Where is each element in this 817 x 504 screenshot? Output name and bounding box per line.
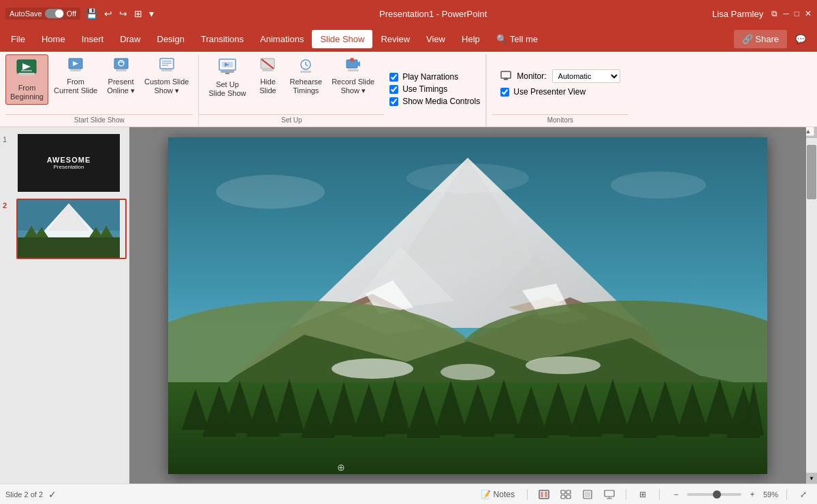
svg-point-84 <box>611 171 706 199</box>
present-icon[interactable]: ⊞ <box>134 8 142 19</box>
accessibility-check-icon: ✓ <box>48 489 57 500</box>
svg-point-83 <box>216 175 325 209</box>
slide-thumbnail-2[interactable] <box>16 199 127 259</box>
undo-icon[interactable]: ↩ <box>104 8 112 19</box>
from-beginning-label: From Beginning <box>10 84 44 101</box>
restore-down-icon[interactable]: ⧉ <box>771 9 778 18</box>
fit-to-window-button[interactable]: ⤢ <box>795 487 812 502</box>
setup-slideshow-icon <box>218 57 237 79</box>
setup-checkboxes: Play Narrations Use Timings Show Media C… <box>384 54 486 127</box>
ribbon: From Beginning From Current Slide <box>0 52 817 127</box>
svg-rect-31 <box>501 71 511 78</box>
rehearse-timings-icon <box>298 57 314 76</box>
use-presenter-view-label: Use Presenter View <box>513 87 586 97</box>
menu-home[interactable]: Home <box>33 30 74 48</box>
redo-icon[interactable]: ↪ <box>119 8 127 19</box>
present-online-button[interactable]: Present Online ▾ <box>103 54 139 99</box>
show-media-controls-checkbox[interactable] <box>389 97 398 106</box>
play-narrations-checkbox[interactable] <box>389 73 398 82</box>
slide-info: Slide 2 of 2 <box>5 490 43 499</box>
set-up-slide-show-button[interactable]: Set Up Slide Show <box>204 54 250 101</box>
customize-icon[interactable]: ▾ <box>149 8 154 19</box>
slide-thumbnail-1[interactable]: AWESOME Presentation <box>16 133 127 193</box>
setup-group-label: Set Up <box>199 114 384 127</box>
monitor-select[interactable]: Automatic Primary Monitor <box>552 69 620 83</box>
normal-view-button[interactable] <box>536 487 552 502</box>
record-slide-show-button[interactable]: Record Slide Show ▾ <box>327 54 379 99</box>
menu-insert[interactable]: Insert <box>74 30 112 48</box>
menu-help[interactable]: Help <box>453 30 488 48</box>
use-presenter-view-checkbox[interactable] <box>500 88 509 97</box>
use-timings-label: Use Timings <box>402 84 447 94</box>
monitor-label: Monitor: <box>517 71 546 81</box>
start-slideshow-buttons: From Beginning From Current Slide <box>5 54 193 114</box>
zoom-in-button[interactable]: + <box>744 487 760 502</box>
comments-icon[interactable]: 💬 <box>787 30 814 48</box>
slide-sorter-view-button[interactable] <box>558 487 574 502</box>
setup-slideshow-label: Set Up Slide Show <box>208 80 246 98</box>
custom-slide-show-button[interactable]: Custom Slide Show ▾ <box>140 54 193 99</box>
menu-draw[interactable]: Draw <box>112 30 148 48</box>
status-divider-3 <box>659 489 660 500</box>
svg-text:⊕: ⊕ <box>337 462 345 473</box>
svg-rect-38 <box>18 237 120 258</box>
autosave-toggle[interactable]: AutoSave Off <box>5 7 80 20</box>
save-icon[interactable]: 💾 <box>86 8 97 19</box>
from-current-slide-button[interactable]: From Current Slide <box>50 54 101 99</box>
autosave-state: Off <box>67 10 76 18</box>
svg-rect-33 <box>504 79 508 80</box>
canvas-area: ⊕ <box>129 127 806 484</box>
svg-rect-91 <box>566 490 571 494</box>
zoom-slider[interactable] <box>687 493 741 496</box>
maximize-icon[interactable]: □ <box>795 9 799 18</box>
slide-thumb-inner-1: AWESOME Presentation <box>18 134 120 192</box>
filter-icon[interactable]: ⊞ <box>635 487 651 502</box>
close-icon[interactable]: ✕ <box>805 9 812 18</box>
slide-number-2: 2 <box>3 201 16 209</box>
vertical-scrollbar: ▲ ▼ <box>806 127 817 484</box>
scroll-down-button[interactable]: ▼ <box>806 473 817 484</box>
svg-rect-30 <box>348 69 359 71</box>
menu-slideshow[interactable]: Slide Show <box>312 30 372 48</box>
svg-rect-26 <box>300 71 311 73</box>
menu-animations[interactable]: Animations <box>252 30 312 48</box>
svg-rect-89 <box>545 492 547 497</box>
hide-slide-button[interactable]: Hide Slide <box>251 54 284 99</box>
svg-rect-9 <box>116 69 127 71</box>
use-timings-row: Use Timings <box>389 84 480 94</box>
from-beginning-button[interactable]: From Beginning <box>5 54 48 105</box>
svg-rect-88 <box>541 492 543 497</box>
scroll-track[interactable] <box>806 138 817 473</box>
autosave-switch[interactable] <box>45 9 64 18</box>
use-timings-checkbox[interactable] <box>389 85 398 94</box>
slide-canvas[interactable]: ⊕ <box>168 137 767 474</box>
svg-rect-3 <box>18 73 35 75</box>
reading-view-button[interactable] <box>579 487 596 502</box>
svg-rect-19 <box>225 73 229 74</box>
slide-item-2[interactable]: 2 <box>3 199 127 259</box>
menu-tell-me[interactable]: 🔍 Tell me <box>488 30 546 48</box>
minimize-icon[interactable]: ─ <box>783 9 789 18</box>
menu-review[interactable]: Review <box>372 30 418 48</box>
reading-view-icon <box>583 490 592 499</box>
play-narrations-row: Play Narrations <box>389 72 480 82</box>
notes-button[interactable]: 📝 Notes <box>477 487 519 502</box>
menu-design[interactable]: Design <box>149 30 193 48</box>
scroll-thumb[interactable] <box>807 145 816 199</box>
status-divider-4 <box>786 489 787 500</box>
search-icon: 🔍 <box>496 34 507 44</box>
menu-view[interactable]: View <box>418 30 453 48</box>
menu-file[interactable]: File <box>3 30 33 48</box>
quick-access-toolbar: 💾 ↩ ↪ ⊞ ▾ <box>86 8 154 19</box>
menu-transitions[interactable]: Transitions <box>193 30 252 48</box>
svg-point-29 <box>350 58 354 62</box>
svg-point-80 <box>332 358 413 379</box>
slide-item-1[interactable]: 1 AWESOME Presentation <box>3 133 127 193</box>
rehearse-timings-button[interactable]: Rehearse Timings <box>285 54 326 99</box>
main-content: 1 AWESOME Presentation 2 <box>0 127 817 484</box>
from-current-icon <box>67 57 84 76</box>
zoom-out-button[interactable]: − <box>668 487 684 502</box>
svg-rect-22 <box>262 69 273 71</box>
share-button[interactable]: 🔗 Share <box>734 30 787 48</box>
presenter-view-button[interactable] <box>601 487 618 502</box>
